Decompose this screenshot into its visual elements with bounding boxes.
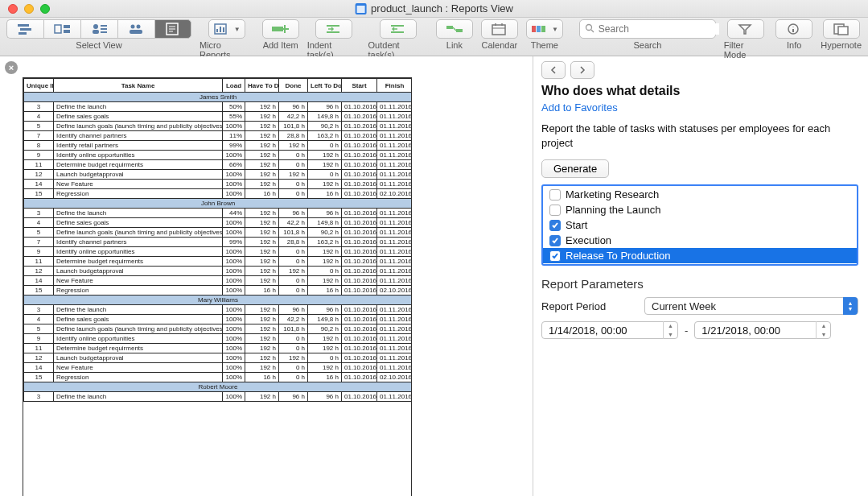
table-cell: 01.10.2016 [342,141,377,151]
add-to-favorites-link[interactable]: Add to Favorites [541,101,858,114]
svg-rect-1 [20,28,31,31]
theme-icon[interactable]: ▼ [526,19,563,39]
table-cell: 01.11.2016 [377,324,413,334]
toolbar: Select View▼Micro ReportsAdd ItemIndent … [0,18,868,56]
table-cell: 0 h [279,334,308,344]
table-cell: 0 h [279,247,308,257]
hypernote-icon[interactable] [823,19,860,39]
table-cell: 192 h [308,344,342,353]
table-cell: 11% [223,131,245,141]
table-cell: 01.10.2016 [342,392,377,402]
checkbox-icon[interactable] [549,235,561,246]
checklist-label: Start [566,219,587,231]
date-to-field[interactable]: 1/21/2018, 00:00 ▲▼ [694,321,831,339]
view-resource-icon[interactable] [80,19,117,39]
panel-description: Report the table of tasks with statuses … [541,122,858,150]
info-icon[interactable] [775,19,812,39]
toolbar-group-label: Calendar [482,40,518,50]
generate-button[interactable]: Generate [541,159,609,178]
toolbar-group: Add Item [262,19,299,50]
table-cell: 42,2 h [279,112,308,122]
svg-rect-35 [532,26,536,32]
table-cell: 01.10.2016 [342,131,377,141]
view-report-icon[interactable] [154,19,191,39]
table-cell: Launch budgetapproval [54,267,223,276]
report-period-select[interactable]: Current Week ▲▼ [644,297,858,315]
table-cell: 100% [223,170,245,180]
date-from-field[interactable]: 1/14/2018, 00:00 ▲▼ [541,321,678,339]
search-input[interactable] [599,23,719,35]
svg-point-12 [136,25,140,29]
indent-icon[interactable] [315,19,352,39]
table-cell: 02.10.2016 [377,189,413,199]
link-icon[interactable] [436,19,473,39]
table-cell: 01.10.2016 [342,102,377,112]
checklist-item[interactable]: Start [543,217,857,233]
app-doc-icon [355,3,366,14]
table-row: 14New Feature100%192 h0 h192 h01.10.2016… [24,363,413,373]
table-row: 4Define sales goals55%192 h42,2 h149,8 h… [24,112,413,122]
table-cell: 100% [223,363,245,373]
table-cell: 01.11.2016 [377,141,413,151]
checkbox-icon[interactable] [549,189,561,200]
select-stepper-icon[interactable]: ▲▼ [843,297,858,315]
close-icon[interactable] [8,4,18,14]
table-cell: 01.11.2016 [377,170,413,180]
checkbox-icon[interactable] [549,220,561,231]
checkbox-icon[interactable] [549,250,561,262]
toolbar-group-label: Hypernote [821,40,862,50]
table-cell: 42,2 h [279,218,308,228]
table-cell: Regression [54,189,223,199]
svg-rect-26 [327,31,339,33]
outdent-icon[interactable] [380,19,417,39]
report-table-wrap: Unique IDTask NameLoadHave To DoDoneLeft… [23,77,412,496]
table-cell: Launch budgetapproval [54,170,223,180]
checklist-item[interactable]: Release To Production [543,248,857,263]
table-cell: 100% [223,247,245,257]
filter-mode-icon[interactable] [727,19,764,39]
table-cell: 01.10.2016 [342,218,377,228]
minimize-icon[interactable] [24,4,34,14]
micro-reports-icon[interactable]: ▼ [208,19,245,39]
date-from-stepper[interactable]: ▲▼ [663,321,677,339]
calendar-icon[interactable] [481,19,518,39]
table-cell: 149,8 h [308,218,342,228]
table-cell: Launch budgetapproval [54,353,223,363]
table-cell: 100% [223,218,245,228]
svg-rect-44 [838,27,848,35]
close-preview-icon[interactable]: × [5,61,18,74]
checklist-item[interactable]: Marketing Research [543,187,857,202]
table-row: 12Launch budgetapproval100%192 h192 h0 h… [24,267,413,276]
project-checklist[interactable]: Marketing ResearchPlanning the LaunchSta… [541,184,858,266]
table-cell: 01.10.2016 [342,276,377,286]
search-input-wrap[interactable] [579,19,716,39]
add-item-icon[interactable] [262,19,299,39]
table-row: 3Define the launch44%192 h96 h96 h01.10.… [24,209,413,218]
table-cell: 01.11.2016 [377,131,413,141]
col-header: Unique ID [24,79,54,93]
checkbox-icon[interactable] [549,205,561,216]
date-to-stepper[interactable]: ▲▼ [816,321,830,339]
table-row: 5Define launch goals (launch timing and … [24,324,413,334]
checklist-item[interactable]: Planning the Launch [543,202,857,217]
panel-back-button[interactable] [541,61,566,79]
window-controls[interactable] [8,4,50,14]
table-cell: 90,2 h [308,122,342,131]
svg-rect-27 [391,25,404,27]
table-cell: 192 h [245,228,279,238]
table-cell: 192 h [245,344,279,353]
panel-forward-button[interactable] [570,61,594,79]
col-header: Have To Do [245,79,279,93]
window-title-text: product_launch : Reports View [371,2,513,14]
view-split-icon[interactable] [43,19,80,39]
view-team-icon[interactable] [117,19,154,39]
table-cell: 16 h [308,373,342,382]
zoom-icon[interactable] [40,4,50,14]
table-cell: 192 h [279,353,308,363]
view-gantt-icon[interactable] [6,19,43,39]
checklist-label: Execution [566,234,611,246]
checklist-item[interactable]: Execution [543,233,857,248]
group-row: Robert Moore [24,382,413,392]
svg-point-11 [130,25,134,29]
table-cell: 192 h [308,334,342,344]
